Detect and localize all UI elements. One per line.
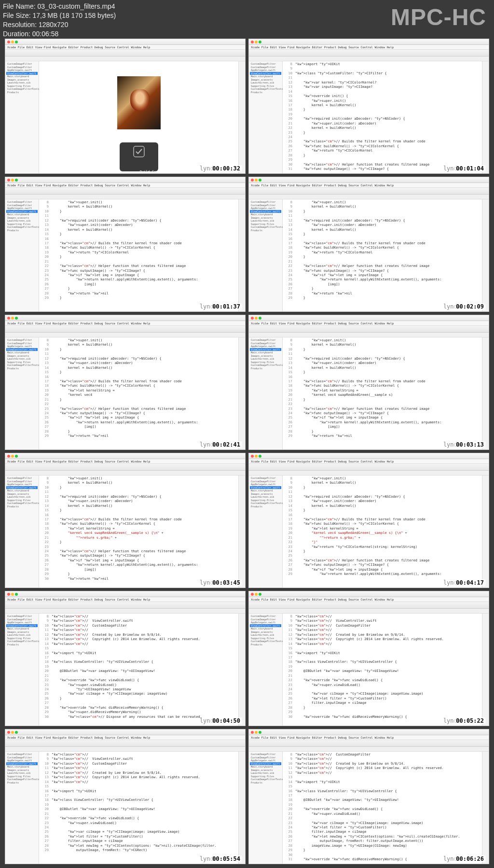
filesize-label: File Size: xyxy=(3,12,32,19)
code-editor[interactable]: 8"kw">class="cm">// 9"kw">class="cm">// … xyxy=(39,752,238,864)
code-editor[interactable]: 8 "kw">super.init() 9 kernel = buildKern… xyxy=(283,337,482,449)
thumbnail-9[interactable]: Xcode File Edit View Find Navigate Edito… xyxy=(5,591,246,726)
thumbnail-2[interactable]: Xcode File Edit View Find Navigate Edito… xyxy=(248,39,489,174)
thumbnail-7[interactable]: Xcode File Edit View Find Navigate Edito… xyxy=(5,453,246,588)
window-titlebar xyxy=(5,39,245,45)
thumbnail-8[interactable]: Xcode File Edit View Find Navigate Edito… xyxy=(248,453,489,588)
thumbnail-4[interactable]: Xcode File Edit View Find Navigate Edito… xyxy=(248,177,489,312)
player-watermark: MPC-HC xyxy=(391,4,486,30)
code-editor[interactable]: 8 "kw">super.init() 9 kernel = buildKern… xyxy=(283,476,482,588)
resolution-value: 1280x720 xyxy=(39,21,69,28)
svg-rect-0 xyxy=(134,146,144,157)
thumbnail-5[interactable]: Xcode File Edit View Find Navigate Edito… xyxy=(5,315,246,450)
macos-menubar: Xcode File Edit View Find Navigate Edito… xyxy=(5,45,245,50)
thumbnail-3[interactable]: Xcode File Edit View Find Navigate Edito… xyxy=(5,177,246,312)
checkmark-icon xyxy=(133,145,145,158)
jump-bar xyxy=(5,56,245,61)
code-editor[interactable]: 8"kw">class="cm">// 9"kw">class="cm">// … xyxy=(39,614,238,726)
thumbnail-12[interactable]: Xcode File Edit View Find Navigate Edito… xyxy=(248,729,489,864)
duration-value: 00:06:58 xyxy=(32,30,59,38)
file-info-overlay: File Name: 03_03-custom_filters.mp4 File… xyxy=(3,2,116,39)
code-editor[interactable]: 8 "kw">super.init() 9 kernel = buildKern… xyxy=(39,476,238,588)
timestamp: 00:00:32 xyxy=(210,165,242,172)
thumbnail-1[interactable]: Xcode File Edit View Find Navigate Edito… xyxy=(5,39,246,174)
thumbnail-10[interactable]: Xcode File Edit View Find Navigate Edito… xyxy=(248,591,489,726)
thumbnail-grid: Xcode File Edit View Find Navigate Edito… xyxy=(5,39,489,864)
xcode-toolbar xyxy=(5,50,245,56)
code-editor[interactable]: 8"kw">class="cm">// 9"kw">class="cm">// … xyxy=(283,614,482,726)
build-succeeded-hud: Build Succeeded xyxy=(120,142,158,171)
code-editor[interactable]: 8"kw">class="cm">// CustomImageFilter 9"… xyxy=(283,752,482,864)
code-editor[interactable]: 8"kw">import "ty">UIKit 9 10"kw">class "… xyxy=(283,61,482,173)
resolution-label: Resolution: xyxy=(3,21,39,28)
duration-label: Duration: xyxy=(3,30,32,38)
thumbnail-6[interactable]: Xcode File Edit View Find Navigate Edito… xyxy=(248,315,489,450)
thumbnail-11[interactable]: Xcode File Edit View Find Navigate Edito… xyxy=(5,729,246,864)
filename-label: File Name: xyxy=(3,2,38,10)
filename-value: 03_03-custom_filters.mp4 xyxy=(38,2,115,10)
code-editor[interactable]: 8 "kw">super.init() 9 kernel = buildKern… xyxy=(283,199,482,311)
navigator-sidebar: CustomImageFilter CustomImageFilter AppD… xyxy=(5,61,39,173)
code-editor[interactable]: 8 "kw">super.init() 9 kernel = buildKern… xyxy=(39,199,238,311)
preview-image xyxy=(117,76,161,129)
code-editor[interactable]: 8 "kw">super.init() 9 kernel = buildKern… xyxy=(39,337,238,449)
editor-area: Build Succeeded xyxy=(39,61,238,173)
filesize-value: 17,3 MB (18 170 158 bytes) xyxy=(32,12,116,19)
